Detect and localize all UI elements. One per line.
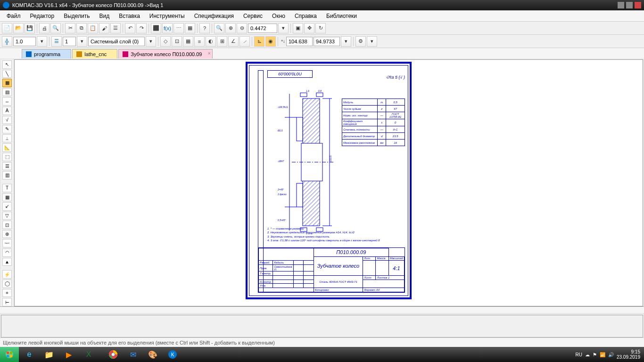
close-tab-icon[interactable]: ×: [208, 51, 211, 56]
tray-clock[interactable]: 9:15 23.09.2019: [617, 349, 640, 360]
coord-dropdown[interactable]: ▾: [341, 36, 351, 47]
menu-edit[interactable]: Редактор: [25, 13, 59, 19]
tool-circle[interactable]: ◯: [2, 280, 12, 288]
redo-button[interactable]: ↷: [136, 23, 147, 33]
lib-mgr-icon[interactable]: ⚙: [355, 36, 366, 47]
scale-input[interactable]: [13, 37, 36, 46]
cut-button[interactable]: ✂: [65, 23, 75, 33]
menu-view[interactable]: Вид: [95, 13, 115, 19]
taskbar-wmp[interactable]: ▶: [59, 348, 78, 361]
taskbar-explorer[interactable]: 📁: [40, 348, 58, 361]
taskbar-paint[interactable]: 🎨: [143, 348, 162, 361]
coord-x-input[interactable]: [286, 37, 313, 46]
layer-name-dropdown[interactable]: ▾: [146, 36, 156, 47]
refresh-button[interactable]: ↻: [315, 23, 326, 33]
taskbar-thunderbird[interactable]: ✉: [124, 348, 142, 361]
scale-dropdown[interactable]: ▾: [37, 36, 47, 47]
tool-break[interactable]: 〰: [2, 239, 12, 247]
snap-7[interactable]: ∠: [228, 36, 239, 47]
tool-dim[interactable]: ↔: [2, 97, 12, 106]
tab-lathe-cnc[interactable]: lathe_cnc: [72, 49, 117, 58]
menu-select[interactable]: Выделить: [59, 13, 94, 19]
tool-rough[interactable]: √: [2, 116, 12, 124]
menu-file[interactable]: Файл: [2, 13, 25, 19]
menu-tools[interactable]: Инструменты: [145, 13, 190, 19]
layer-name-input[interactable]: [88, 37, 145, 46]
snap-2[interactable]: ⊡: [172, 36, 182, 47]
tool-ruler[interactable]: ⊢: [2, 298, 12, 306]
tool-line[interactable]: ╲: [2, 70, 12, 78]
property-panel[interactable]: [1, 315, 643, 337]
ortho-icon[interactable]: ⊾: [254, 36, 264, 47]
props-button[interactable]: ☰: [110, 23, 121, 33]
tool-pointer[interactable]: ↖: [2, 60, 12, 69]
help-button[interactable]: ?: [199, 23, 210, 33]
layer-num-dropdown[interactable]: ▾: [77, 36, 87, 47]
tool-wave[interactable]: ◠: [2, 248, 12, 257]
tool-tolerance[interactable]: ⊡: [2, 221, 12, 229]
zoom-out-button[interactable]: ⊖: [237, 23, 247, 33]
tool-geometry[interactable]: ▦: [2, 79, 12, 87]
brush-icon[interactable]: 🖌: [99, 23, 109, 33]
copy-button[interactable]: ⧉: [76, 23, 87, 33]
fx-button[interactable]: f(x): [162, 23, 173, 33]
menu-libraries[interactable]: Библиотеки: [322, 13, 362, 19]
tool-leader[interactable]: ↙: [2, 202, 12, 211]
print-button[interactable]: 🖨: [39, 23, 50, 33]
zoom-in-button[interactable]: ⊕: [225, 23, 236, 33]
taskbar-chrome[interactable]: [104, 348, 123, 361]
maximize-button[interactable]: [626, 2, 633, 8]
menu-service[interactable]: Сервис: [239, 13, 267, 19]
snap-3[interactable]: ▦: [183, 36, 193, 47]
coord-y-input[interactable]: [314, 37, 340, 46]
tray-network-icon[interactable]: 📶: [600, 352, 605, 357]
tool-lightning[interactable]: ⚡: [2, 270, 12, 279]
horizontal-scrollbar[interactable]: [0, 306, 644, 313]
tool-text2[interactable]: T: [2, 184, 12, 192]
new-button[interactable]: 📄: [2, 23, 12, 33]
tray-lang[interactable]: RU: [575, 352, 582, 357]
taskbar-kompas[interactable]: К: [163, 348, 182, 361]
tab-gear[interactable]: Зубчатое колесо П010.000.09 ×: [118, 49, 213, 58]
view-state-icon[interactable]: ╬: [2, 36, 12, 47]
minimize-button[interactable]: [618, 2, 624, 8]
zoom-window-button[interactable]: 🔍: [214, 23, 224, 33]
open-button[interactable]: 📂: [13, 23, 24, 33]
tool-plus[interactable]: +: [2, 289, 12, 297]
zoom-input[interactable]: [248, 24, 277, 33]
taskbar-ie[interactable]: e: [20, 348, 39, 361]
tool-hatch[interactable]: ▤: [2, 88, 12, 97]
tool-param[interactable]: ⟂: [2, 134, 12, 143]
snap-6[interactable]: ⊞: [217, 36, 227, 47]
zoom-dropdown[interactable]: ▾: [278, 23, 289, 33]
layer-num-input[interactable]: [63, 37, 76, 46]
drawing-canvas[interactable]: 60'000'0L0U √Ra 5 (√ ): [14, 59, 643, 306]
tray-cloud-icon[interactable]: ☁: [585, 352, 590, 357]
layer-icon[interactable]: ☰: [51, 36, 62, 47]
tray-flag-icon[interactable]: ⚑: [593, 352, 597, 357]
menu-insert[interactable]: Вставка: [114, 13, 145, 19]
round-icon[interactable]: ◉: [265, 36, 276, 47]
tool-report[interactable]: ▥: [2, 171, 12, 180]
tool-table[interactable]: ▦: [2, 193, 12, 202]
fit-button[interactable]: ▣: [293, 23, 303, 33]
tray-sound-icon[interactable]: 🔊: [608, 352, 614, 357]
tool-spec[interactable]: ☰: [2, 162, 12, 171]
snap-4[interactable]: ≡: [194, 36, 205, 47]
lib-mgr-dropdown[interactable]: ▾: [367, 36, 377, 47]
var-button[interactable]: ⬛: [151, 23, 161, 33]
menu-spec[interactable]: Спецификация: [190, 13, 239, 19]
preview-button[interactable]: 🔍: [50, 23, 61, 33]
menu-help[interactable]: Справка: [290, 13, 322, 19]
tool-center[interactable]: ⊕: [2, 230, 12, 239]
spec-button[interactable]: ▦: [185, 23, 195, 33]
tab-programma[interactable]: programma: [22, 49, 71, 58]
taskbar-excel[interactable]: X: [79, 348, 98, 361]
tool-edit[interactable]: ✎: [2, 125, 12, 133]
tool-select[interactable]: ⬚: [2, 153, 12, 161]
undo-button[interactable]: ↶: [125, 23, 135, 33]
tool-base[interactable]: ▽: [2, 212, 12, 220]
save-button[interactable]: 💾: [25, 23, 35, 33]
menu-window[interactable]: Окно: [267, 13, 290, 19]
pan-button[interactable]: ✥: [304, 23, 314, 33]
